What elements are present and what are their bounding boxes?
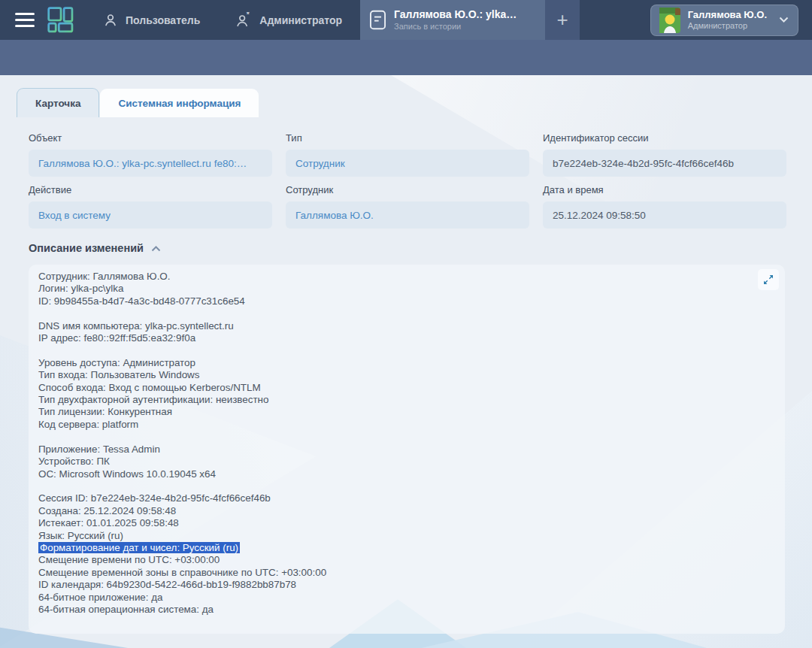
field-object-box[interactable]: Галлямова Ю.О.: ylka-pc.syntellect.ru fe… (29, 150, 272, 177)
description-line (38, 431, 749, 443)
description-line: Истекает: 01.01.2025 09:58:48 (38, 517, 749, 529)
description-line (38, 480, 749, 492)
selected-text: Форматирование дат и чисел: Русский (ru) (38, 542, 240, 553)
description-line: ID календаря: 64b9230d-5422-466d-bb19-f9… (38, 579, 749, 591)
avatar (655, 8, 680, 33)
app-window: Пользователь * Администратор Галлямова Ю… (0, 0, 812, 648)
tab-administrator[interactable]: * Администратор (232, 0, 345, 40)
description-line (38, 307, 749, 319)
field-action-box[interactable]: Вход в систему (29, 201, 272, 229)
document-icon (369, 10, 386, 30)
field-label: Идентификатор сессии (543, 132, 786, 144)
description-line: Язык: Русский (ru) (38, 530, 749, 542)
grid-apps-icon (47, 6, 75, 35)
expand-arrows-icon (762, 274, 774, 286)
expand-button[interactable] (758, 269, 779, 290)
tab-system-info-label: Системная информация (118, 98, 241, 109)
user-role: Администратор (688, 21, 767, 31)
field-object-value[interactable]: Галлямова Ю.О.: ylka-pc.syntellect.ru fe… (38, 158, 247, 169)
person-star-icon: * (235, 12, 253, 29)
description-line: Приложение: Tessa Admin (38, 444, 749, 456)
field-label: Объект (29, 132, 272, 144)
field-label: Тип (286, 132, 529, 144)
field-label: Действие (29, 184, 272, 195)
description-line: Логин: ylka-pc\ylka (38, 283, 749, 295)
hamburger-menu-icon[interactable] (15, 0, 35, 40)
section-title: Описание изменений (29, 242, 144, 254)
description-line: Форматирование дат и чисел: Русский (ru) (38, 542, 749, 554)
new-tab-button[interactable]: + (545, 0, 580, 40)
tab-user[interactable]: Пользователь (99, 0, 203, 40)
description-line: Сессия ID: b7e224eb-324e-4b2d-95fc-4fcf6… (38, 492, 749, 504)
field-datetime-value: 25.12.2024 09:58:50 (553, 210, 646, 221)
field-datetime: Дата и время 25.12.2024 09:58:50 (543, 184, 786, 229)
tab-history-record-active[interactable]: Галлямова Ю.О.: ylka… Запись в истории (360, 0, 545, 40)
tab-administrator-label: Администратор (259, 14, 342, 26)
description-line: Тип входа: Пользователь Windows (38, 369, 749, 381)
field-employee-box[interactable]: Галлямова Ю.О. (286, 201, 529, 229)
field-type-value[interactable]: Сотрудник (295, 158, 345, 169)
card-content: Карточка Системная информация Объект Гал… (0, 75, 812, 648)
field-datetime-box[interactable]: 25.12.2024 09:58:50 (543, 201, 786, 229)
description-line: Смещение времени по UTC: +03:00:00 (38, 554, 749, 566)
description-line: Смещение временной зоны в справочнике по… (38, 567, 749, 579)
description-line: 64-битная операционная система: да (38, 604, 749, 616)
plus-icon: + (556, 8, 568, 32)
tab-system-info[interactable]: Системная информация (100, 89, 259, 117)
active-tab-subtitle: Запись в истории (394, 22, 517, 32)
description-line: Код сервера: platform (38, 419, 749, 431)
fields-grid: Объект Галлямова Ю.О.: ylka-pc.syntellec… (29, 132, 787, 229)
workspaces-button[interactable] (47, 0, 75, 40)
section-description-header[interactable]: Описание изменений (29, 242, 161, 254)
description-line: DNS имя компьютера: ylka-pc.syntellect.r… (38, 320, 749, 332)
field-type: Тип Сотрудник (286, 132, 529, 177)
description-line: Тип лицензии: Конкурентная (38, 406, 749, 418)
user-menu[interactable]: Галлямова Ю.О. Администратор (650, 5, 798, 36)
description-line: ОС: Microsoft Windows 10.0.19045 x64 (38, 468, 749, 480)
description-line: 64-битное приложение: да (38, 592, 749, 604)
field-employee-value[interactable]: Галлямова Ю.О. (295, 210, 374, 221)
toolbar-band (0, 40, 812, 75)
tab-card-label: Карточка (35, 98, 80, 109)
description-text[interactable]: Сотрудник: Галлямова Ю.О.Логин: ylka-pc\… (38, 271, 749, 616)
svg-text:*: * (247, 12, 250, 19)
field-label: Сотрудник (286, 184, 529, 195)
description-line: Способ входа: Вход с помощью Kerberos/NT… (38, 382, 749, 394)
field-employee: Сотрудник Галлямова Ю.О. (286, 184, 529, 229)
description-line: Тип двухфакторной аутентификации: неизве… (38, 394, 749, 406)
field-action-value[interactable]: Вход в систему (38, 210, 111, 221)
card-tab-strip: Карточка Системная информация (17, 88, 259, 117)
field-type-box[interactable]: Сотрудник (286, 150, 529, 177)
active-tab-title: Галлямова Ю.О.: ylka… (394, 8, 517, 21)
user-name: Галлямова Ю.О. (688, 9, 767, 21)
description-line: IP адрес: fe80::92ff:f5d5:ea32:9f0a (38, 332, 749, 344)
chevron-down-icon (779, 17, 789, 23)
field-session-id-box[interactable]: b7e224eb-324e-4b2d-95fc-4fcf66cef46b (543, 150, 786, 177)
tab-card[interactable]: Карточка (17, 88, 99, 117)
chevron-up-icon (151, 245, 161, 252)
top-bar: Пользователь * Администратор Галлямова Ю… (0, 0, 812, 40)
description-line (38, 344, 749, 356)
field-object: Объект Галлямова Ю.О.: ylka-pc.syntellec… (29, 132, 272, 177)
tab-user-label: Пользователь (126, 14, 200, 26)
description-panel: Сотрудник: Галлямова Ю.О.Логин: ylka-pc\… (29, 265, 785, 634)
field-session-id-value: b7e224eb-324e-4b2d-95fc-4fcf66cef46b (553, 158, 734, 169)
description-line: Уровень доступа: Администратор (38, 357, 749, 369)
description-line: Устройство: ПК (38, 456, 749, 468)
description-line: ID: 9b98455a-b4d7-4a3c-bd48-0777c31c6e54 (38, 295, 749, 307)
person-icon (102, 12, 119, 29)
field-label: Дата и время (543, 184, 786, 195)
field-action: Действие Вход в систему (29, 184, 272, 229)
description-line: Сотрудник: Галлямова Ю.О. (38, 271, 749, 283)
description-line: Создана: 25.12.2024 09:58:48 (38, 505, 749, 517)
field-session-id: Идентификатор сессии b7e224eb-324e-4b2d-… (543, 132, 786, 177)
